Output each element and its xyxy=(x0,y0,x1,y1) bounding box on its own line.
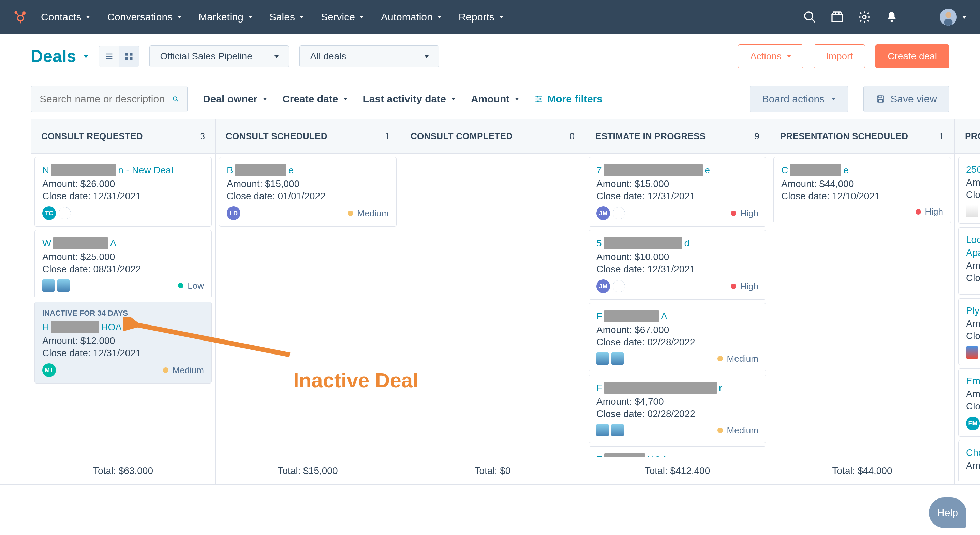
redacted-text xyxy=(604,164,703,176)
nav-marketing[interactable]: Marketing xyxy=(199,11,252,23)
priority-dot-icon xyxy=(916,209,921,215)
column-count: 9 xyxy=(755,131,759,142)
column-body[interactable]: 250AmCloLocApaAmCloPlyAmCloEmAmCloEMCheA… xyxy=(955,153,980,484)
avatar xyxy=(940,8,957,26)
card-footer: High xyxy=(781,206,943,217)
column-header: CONSULT SCHEDULED1 xyxy=(215,120,400,153)
deal-card[interactable]: FHOAAmount: $16,700 xyxy=(589,446,766,457)
deal-title: Loc xyxy=(966,235,980,245)
priority-dot-icon xyxy=(163,367,169,373)
top-navbar: Contacts Conversations Marketing Sales S… xyxy=(0,0,980,34)
deal-close-date: Close date: 12/10/2021 xyxy=(781,191,943,202)
filter-deal-owner[interactable]: Deal owner xyxy=(203,93,267,105)
priority-dot-icon xyxy=(718,356,723,361)
search-box[interactable] xyxy=(31,86,188,112)
hubspot-logo[interactable] xyxy=(14,10,27,24)
nav-right-icons xyxy=(803,7,966,27)
actions-button[interactable]: Actions xyxy=(738,44,803,68)
board-column: PROF250AmCloLocApaAmCloPlyAmCloEmAmCloEM… xyxy=(955,120,980,484)
nav-service[interactable]: Service xyxy=(321,11,364,23)
board-view-button[interactable] xyxy=(119,46,139,67)
deal-title: HHOA xyxy=(42,321,204,333)
save-view-button[interactable]: Save view xyxy=(863,86,949,112)
nav-sales[interactable]: Sales xyxy=(269,11,304,23)
gear-icon[interactable] xyxy=(858,10,871,24)
deal-card[interactable]: FrAmount: $4,700Close date: 02/28/2022Me… xyxy=(589,375,766,443)
column-body[interactable]: BeAmount: $15,000Close date: 01/01/2022L… xyxy=(215,153,400,457)
priority-dot-icon xyxy=(718,428,723,433)
chevron-down-icon xyxy=(272,51,278,62)
redacted-text xyxy=(604,310,659,323)
column-body[interactable]: Nn - New DealAmount: $26,000Close date: … xyxy=(31,153,215,457)
deal-card[interactable]: 7eAmount: $15,000Close date: 12/31/2021J… xyxy=(589,157,766,227)
marketplace-icon[interactable] xyxy=(830,10,844,24)
deals-filter-select[interactable]: All deals xyxy=(299,45,439,67)
board-actions-button[interactable]: Board actions xyxy=(750,86,848,112)
search-input[interactable] xyxy=(40,93,169,105)
create-deal-button[interactable]: Create deal xyxy=(875,44,949,68)
deal-title: FHOA xyxy=(597,454,758,457)
priority-dot-icon xyxy=(348,211,353,216)
deal-card[interactable]: INACTIVE FOR 34 DAYSHHOAAmount: $12,000C… xyxy=(35,302,212,383)
deal-title: Che xyxy=(966,447,980,458)
account-menu[interactable] xyxy=(940,8,966,26)
deal-close-date: Clo xyxy=(966,273,980,284)
deal-close-date: Close date: 12/31/2021 xyxy=(42,348,204,359)
deal-amount: Am xyxy=(966,389,980,399)
column-body[interactable]: CeAmount: $44,000Close date: 12/10/2021H… xyxy=(770,153,955,457)
deal-card[interactable]: LocApaAmClo xyxy=(958,227,980,295)
deal-card[interactable]: FAAmount: $67,000Close date: 02/28/2022M… xyxy=(589,303,766,371)
redacted-text xyxy=(51,321,99,333)
card-footer: TC xyxy=(42,206,204,220)
import-button[interactable]: Import xyxy=(814,44,865,68)
deal-title: 250 xyxy=(966,164,980,175)
filter-last-activity[interactable]: Last activity date xyxy=(363,93,455,105)
nav-automation[interactable]: Automation xyxy=(381,11,442,23)
company-logo-icon xyxy=(57,279,70,292)
filter-create-date[interactable]: Create date xyxy=(282,93,347,105)
deal-card[interactable]: PlyAmClo xyxy=(958,298,980,365)
more-filters-link[interactable]: More filters xyxy=(535,93,603,105)
deal-amount: Amount: $15,000 xyxy=(227,179,389,189)
bell-icon[interactable] xyxy=(885,10,899,24)
owner-avatar: TC xyxy=(42,206,56,220)
pipeline-select[interactable]: Official Sales Pipeline xyxy=(150,45,289,67)
list-view-button[interactable] xyxy=(99,46,119,67)
placeholder-icon xyxy=(59,207,71,219)
svg-rect-32 xyxy=(879,96,882,98)
column-header: PROF xyxy=(955,120,980,153)
column-title: CONSULT REQUESTED xyxy=(41,131,143,142)
deal-card[interactable]: CeAmount: $44,000Close date: 12/10/2021H… xyxy=(773,157,951,224)
svg-point-29 xyxy=(539,98,541,100)
nav-reports[interactable]: Reports xyxy=(459,11,503,23)
filter-row: Deal owner Create date Last activity dat… xyxy=(0,78,980,120)
deal-card[interactable]: EmAmCloEM xyxy=(958,369,980,437)
filter-amount[interactable]: Amount xyxy=(471,93,519,105)
board-column: ESTIMATE IN PROGRESS97eAmount: $15,000Cl… xyxy=(585,120,770,484)
deal-close-date: Close date: 01/01/2022 xyxy=(227,191,389,202)
column-body[interactable] xyxy=(400,153,585,457)
help-button[interactable]: Help xyxy=(929,497,966,528)
deal-card[interactable]: 250AmClo xyxy=(958,157,980,224)
deal-card[interactable]: Nn - New DealAmount: $26,000Close date: … xyxy=(35,157,212,227)
card-footer: LDMedium xyxy=(227,206,389,220)
deal-card[interactable]: BeAmount: $15,000Close date: 01/01/2022L… xyxy=(219,157,396,227)
search-icon[interactable] xyxy=(803,10,817,24)
nav-items: Contacts Conversations Marketing Sales S… xyxy=(41,11,803,23)
redacted-text xyxy=(604,382,717,394)
nav-contacts[interactable]: Contacts xyxy=(41,11,90,23)
column-body[interactable]: 7eAmount: $15,000Close date: 12/31/2021J… xyxy=(585,153,770,457)
deal-card[interactable]: WAAmount: $25,000Close date: 08/31/2022L… xyxy=(35,230,212,298)
board-column: CONSULT COMPLETED0Total: $0 xyxy=(400,120,585,484)
deal-close-date: Close date: 08/31/2022 xyxy=(42,264,204,275)
redacted-text xyxy=(604,237,682,249)
column-count: 1 xyxy=(939,131,944,142)
deal-card[interactable]: 5dAmount: $10,000Close date: 12/31/2021J… xyxy=(589,230,766,300)
deal-card[interactable]: CheAm xyxy=(958,440,980,482)
svg-point-14 xyxy=(945,12,951,18)
nav-conversations[interactable]: Conversations xyxy=(107,11,181,23)
deal-close-date: Close date: 12/31/2021 xyxy=(597,191,758,202)
page-title-dropdown[interactable]: Deals xyxy=(31,46,89,66)
svg-rect-15 xyxy=(944,19,953,26)
owner-avatar: JM xyxy=(597,206,610,220)
